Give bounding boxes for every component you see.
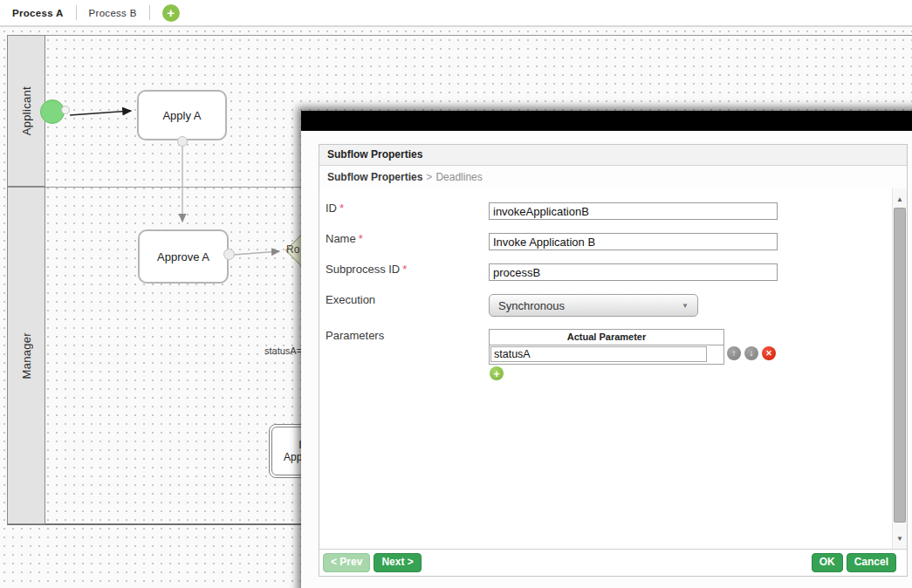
lane-applicant-label: Applicant bbox=[20, 86, 33, 135]
breadcrumb-current[interactable]: Subflow Properties bbox=[327, 171, 422, 183]
dialog-content: ID* Name* Subprocess ID* Execution bbox=[319, 188, 907, 549]
tab-process-a[interactable]: Process A bbox=[0, 8, 76, 18]
dialog-panel: Subflow Properties Subflow Properties>De… bbox=[319, 144, 908, 577]
move-up-button[interactable]: ↑ bbox=[727, 346, 741, 360]
id-field[interactable] bbox=[489, 202, 778, 220]
edge-condition-label: statusA= bbox=[264, 345, 302, 356]
ok-button[interactable]: OK bbox=[812, 553, 843, 572]
name-label-text: Name bbox=[326, 232, 356, 245]
actual-parameter-field[interactable] bbox=[490, 346, 707, 362]
execution-select-value: Synchronous bbox=[498, 299, 565, 312]
parameter-row-actions: ↑ ↓ ✕ bbox=[727, 346, 776, 360]
dialog-footer: < Prev Next > OK Cancel bbox=[319, 549, 907, 576]
next-button[interactable]: Next > bbox=[374, 553, 421, 572]
required-marker: * bbox=[339, 202, 344, 215]
task-apply-a[interactable]: Apply A bbox=[137, 90, 227, 140]
scrollbar-down-icon[interactable]: ▼ bbox=[893, 535, 907, 543]
move-down-button[interactable]: ↓ bbox=[744, 346, 758, 360]
subprocess-id-field[interactable] bbox=[489, 263, 778, 281]
tab-separator bbox=[149, 5, 150, 20]
execution-label: Execution bbox=[326, 293, 375, 306]
tab-process-b[interactable]: Process B bbox=[77, 8, 149, 18]
required-marker: * bbox=[402, 263, 407, 276]
parameters-label: Parameters bbox=[326, 329, 384, 342]
add-parameter-button[interactable]: + bbox=[490, 366, 504, 380]
required-marker: * bbox=[359, 232, 363, 245]
breadcrumb-separator: > bbox=[426, 171, 432, 183]
breadcrumb: Subflow Properties>Deadlines bbox=[319, 166, 907, 188]
scrollbar-thumb[interactable] bbox=[894, 208, 906, 523]
connection-point[interactable] bbox=[61, 106, 70, 114]
plus-icon: + bbox=[167, 6, 175, 19]
connection-point[interactable] bbox=[177, 136, 188, 147]
execution-select[interactable]: Synchronous ▼ bbox=[489, 294, 698, 317]
name-label: Name* bbox=[326, 232, 363, 245]
actual-parameter-header: Actual Parameter bbox=[490, 330, 723, 345]
parameters-table: Actual Parameter bbox=[489, 329, 724, 365]
task-approve-a-label: Approve A bbox=[157, 250, 209, 263]
edge-approve-to-gateway bbox=[234, 251, 279, 255]
breadcrumb-deadlines: Deadlines bbox=[435, 171, 482, 183]
chevron-down-icon: ▼ bbox=[682, 302, 689, 310]
delete-icon: ✕ bbox=[765, 350, 772, 358]
lane-manager[interactable]: Manager bbox=[7, 187, 45, 524]
cancel-button[interactable]: Cancel bbox=[847, 553, 896, 572]
edge-start-to-apply bbox=[70, 111, 131, 115]
execution-label-text: Execution bbox=[326, 293, 375, 306]
vertical-scrollbar[interactable]: ▲ ▼ bbox=[892, 188, 907, 549]
subflow-properties-dialog: Subflow Properties Subflow Properties>De… bbox=[301, 111, 912, 588]
table-row bbox=[490, 345, 723, 364]
id-label-text: ID bbox=[326, 202, 337, 215]
panel-title: Subflow Properties bbox=[319, 145, 907, 166]
dialog-title-bar bbox=[301, 111, 912, 131]
pool-top-border bbox=[45, 35, 912, 36]
lane-manager-label: Manager bbox=[20, 332, 33, 379]
task-apply-a-label: Apply A bbox=[162, 109, 201, 122]
delete-parameter-button[interactable]: ✕ bbox=[762, 346, 776, 360]
arrow-down-icon: ↓ bbox=[750, 349, 754, 358]
name-field[interactable] bbox=[489, 233, 778, 250]
app-window: Process A Process B + Applicant Manager bbox=[0, 0, 912, 588]
scrollbar-up-icon[interactable]: ▲ bbox=[893, 195, 907, 203]
gateway-label: Ro bbox=[286, 243, 299, 256]
prev-button[interactable]: < Prev bbox=[323, 553, 370, 572]
parameters-label-text: Parameters bbox=[326, 329, 384, 342]
plus-icon: + bbox=[493, 368, 500, 379]
task-approve-a[interactable]: Approve A bbox=[138, 229, 229, 284]
subprocess-id-label-text: Subprocess ID bbox=[326, 263, 400, 276]
add-process-button[interactable]: + bbox=[162, 4, 180, 22]
id-label: ID* bbox=[326, 202, 344, 215]
connection-point[interactable] bbox=[223, 249, 235, 260]
arrow-up-icon: ↑ bbox=[732, 349, 737, 358]
process-tab-bar: Process A Process B + bbox=[0, 0, 912, 27]
subprocess-id-label: Subprocess ID* bbox=[326, 263, 407, 276]
